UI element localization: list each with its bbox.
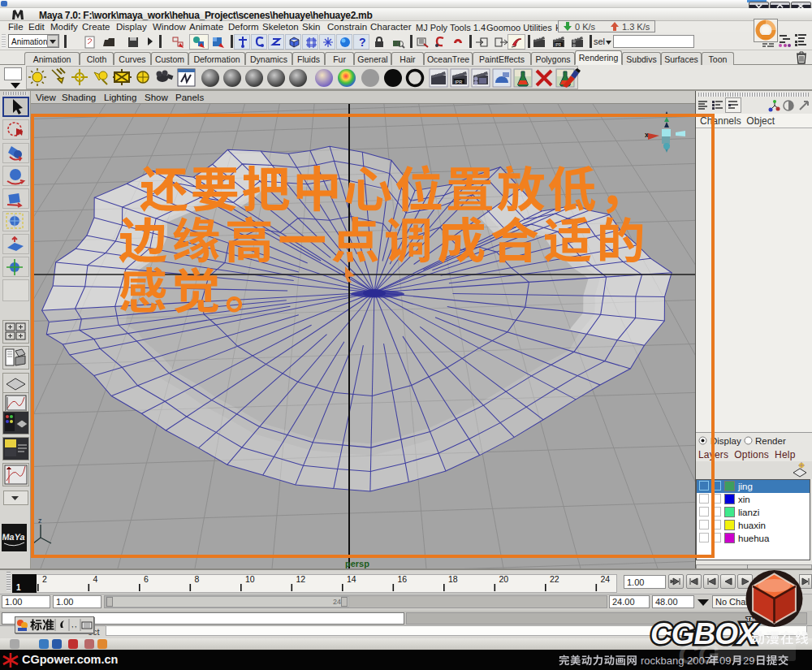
svg-text:8: 8 [195,574,200,584]
svg-text:6: 6 [144,574,149,584]
svg-text:?: ? [359,36,366,49]
svg-text:CGBOX: CGBOX [650,617,759,651]
svg-text:1: 1 [16,583,21,592]
svg-text:22: 22 [550,574,559,584]
svg-text:20: 20 [499,574,509,584]
svg-text:2: 2 [42,574,47,584]
svg-text:10: 10 [245,574,255,584]
svg-text:24: 24 [601,574,611,584]
svg-text:4: 4 [93,574,98,584]
svg-text:IPR: IPR [455,80,462,84]
svg-text:persp: persp [345,559,369,568]
svg-text:IPR: IPR [555,43,562,47]
svg-text:16: 16 [398,574,408,584]
svg-text:18: 18 [448,574,458,584]
svg-text:14: 14 [347,574,356,584]
svg-text:,: , [75,620,77,629]
svg-text:MaYa: MaYa [2,532,26,542]
svg-text:,: , [71,620,74,629]
svg-text:12: 12 [296,574,306,584]
